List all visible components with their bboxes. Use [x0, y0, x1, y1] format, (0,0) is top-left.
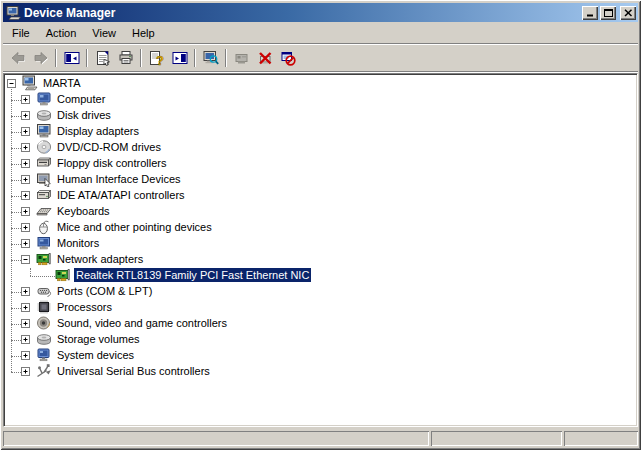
menu-view[interactable]: View [84, 24, 124, 42]
tree-row: Human Interface Devices [5, 171, 636, 187]
tree-item-label[interactable]: Ports (COM & LPT) [55, 284, 154, 298]
close-button[interactable] [620, 6, 636, 20]
expander-plus-icon[interactable] [21, 303, 30, 312]
tree-item-label[interactable]: Computer [55, 92, 107, 106]
tree-item-label[interactable]: Universal Serial Bus controllers [55, 364, 212, 378]
toolbar-disable-button[interactable] [276, 47, 299, 69]
computer-node-icon [36, 91, 52, 107]
display-adapter-icon [36, 123, 52, 139]
tree-row: Mice and other pointing devices [5, 219, 636, 235]
device-tree-pane[interactable]: MARTAComputerDisk drivesDisplay adapters… [3, 73, 638, 427]
tree-item-label[interactable]: Processors [55, 300, 114, 314]
expander-plus-icon[interactable] [21, 367, 30, 376]
expander-minus-icon[interactable] [21, 255, 30, 264]
mouse-icon [36, 219, 52, 235]
print-icon [118, 50, 134, 66]
maximize-button[interactable] [600, 6, 616, 20]
tree-item-label[interactable]: Mice and other pointing devices [55, 220, 214, 234]
tree-row: System devices [5, 347, 636, 363]
toolbar-back-button[interactable] [6, 47, 29, 69]
toolbar-properties-button[interactable] [91, 47, 114, 69]
ports-icon [36, 283, 52, 299]
expander-plus-icon[interactable] [21, 143, 30, 152]
keyboard-icon [36, 203, 52, 219]
tree-row: MARTA [5, 75, 636, 91]
toolbar-update-driver-button[interactable] [230, 47, 253, 69]
toolbar: ? [3, 45, 638, 71]
statusbar [3, 428, 638, 447]
console-tree-icon [64, 50, 80, 66]
expander-plus-icon[interactable] [21, 239, 30, 248]
minimize-button[interactable] [582, 6, 598, 20]
tree-item-label[interactable]: Disk drives [55, 108, 113, 122]
dvd-icon [36, 139, 52, 155]
tree-row: Monitors [5, 235, 636, 251]
tree-item-label[interactable]: Monitors [55, 236, 101, 250]
computer-icon [22, 75, 38, 91]
tree-item-label[interactable]: Keyboards [55, 204, 112, 218]
menu-action[interactable]: Action [38, 24, 85, 42]
toolbar-uninstall-button[interactable] [253, 47, 276, 69]
status-panel-3 [564, 431, 638, 446]
tree-row: Realtek RTL8139 Family PCI Fast Ethernet… [5, 267, 636, 283]
tree-row: Disk drives [5, 107, 636, 123]
hid-icon [36, 171, 52, 187]
tree-item-label[interactable]: System devices [55, 348, 136, 362]
toolbar-help-topics-button[interactable]: ? [145, 47, 168, 69]
expander-plus-icon[interactable] [21, 287, 30, 296]
titlebar[interactable]: Device Manager [3, 3, 638, 22]
tree-row: Sound, video and game controllers [5, 315, 636, 331]
menu-file[interactable]: File [4, 24, 38, 42]
menu-help[interactable]: Help [124, 24, 163, 42]
ide-controller-icon [36, 187, 52, 203]
minimize-icon [586, 9, 595, 17]
close-icon [624, 9, 633, 17]
tree-item-label[interactable]: Floppy disk controllers [55, 156, 168, 170]
usb-icon [36, 363, 52, 379]
expander-plus-icon[interactable] [21, 207, 30, 216]
disable-icon [280, 50, 296, 66]
arrow-right-icon [33, 50, 49, 66]
network-adapter-icon [36, 251, 52, 267]
disk-drive-icon [36, 107, 52, 123]
tree-item-label[interactable]: Realtek RTL8139 Family PCI Fast Ethernet… [74, 268, 311, 282]
toolbar-scan-for-hardware-changes-button[interactable] [199, 47, 222, 69]
system-devices-icon [36, 347, 52, 363]
toolbar-forward-button[interactable] [29, 47, 52, 69]
expander-plus-icon[interactable] [21, 159, 30, 168]
expander-plus-icon[interactable] [21, 351, 30, 360]
tree-row: DVD/CD-ROM drives [5, 139, 636, 155]
sound-icon [36, 315, 52, 331]
expander-plus-icon[interactable] [21, 319, 30, 328]
expander-plus-icon[interactable] [21, 175, 30, 184]
toolbar-separator [55, 49, 57, 67]
tree-item-label[interactable]: Display adapters [55, 124, 141, 138]
tree-item-label[interactable]: Human Interface Devices [55, 172, 183, 186]
network-adapter-icon [55, 267, 71, 283]
expander-plus-icon[interactable] [21, 111, 30, 120]
toolbar-print-button[interactable] [114, 47, 137, 69]
tree-item-label[interactable]: Storage volumes [55, 332, 142, 346]
expander-minus-icon[interactable] [7, 79, 16, 88]
tree-item-label[interactable]: DVD/CD-ROM drives [55, 140, 163, 154]
device-manager-logo-icon [6, 5, 21, 20]
floppy-controller-icon [36, 155, 52, 171]
expander-plus-icon[interactable] [21, 127, 30, 136]
help-icon: ? [149, 50, 165, 66]
maximize-icon [604, 9, 613, 17]
expander-plus-icon[interactable] [21, 95, 30, 104]
update-driver-icon [234, 50, 250, 66]
device-manager-window: Device Manager FileActionViewHelp ? MART… [0, 0, 641, 450]
toolbar-show-console-tree-button[interactable] [60, 47, 83, 69]
expander-plus-icon[interactable] [21, 191, 30, 200]
tree-item-label[interactable]: IDE ATA/ATAPI controllers [55, 188, 187, 202]
tree-item-label[interactable]: MARTA [41, 76, 83, 90]
expander-plus-icon[interactable] [21, 335, 30, 344]
toolbar-show-action-pane-button[interactable] [168, 47, 191, 69]
tree-item-label[interactable]: Network adapters [55, 252, 145, 266]
toolbar-separator [140, 49, 142, 67]
processor-icon [36, 299, 52, 315]
expander-plus-icon[interactable] [21, 223, 30, 232]
tree-item-label[interactable]: Sound, video and game controllers [55, 316, 229, 330]
toolbar-separator [86, 49, 88, 67]
